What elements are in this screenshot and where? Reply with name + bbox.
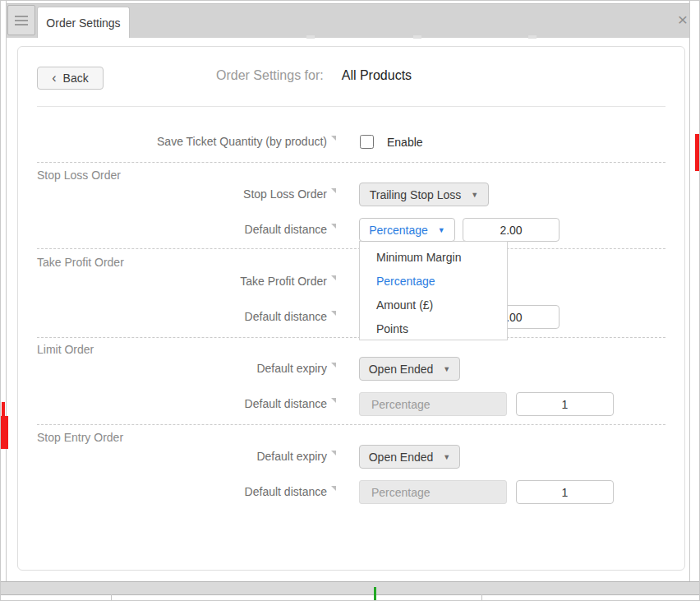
background-green-marker <box>374 587 376 601</box>
limit-distance-unit-disabled: Percentage <box>359 392 507 416</box>
limit-expiry-dropdown[interactable]: Open Ended ▼ <box>359 357 460 381</box>
limit-distance-input[interactable] <box>516 392 614 416</box>
chevron-down-icon: ▼ <box>443 365 450 373</box>
stop-loss-distance-unit-dropdown[interactable]: Percentage ▼ <box>359 218 455 242</box>
section-divider <box>37 162 665 163</box>
help-flag-icon <box>331 224 336 229</box>
limit-expiry-label: Default expiry <box>37 362 336 375</box>
tab-label: Order Settings <box>46 16 120 30</box>
stop-entry-distance-unit-disabled: Percentage <box>359 480 507 504</box>
take-profit-order-label: Take Profit Order <box>37 275 336 288</box>
section-title-stop-entry: Stop Entry Order <box>37 431 123 444</box>
help-flag-icon <box>331 275 336 280</box>
stop-entry-distance-input[interactable] <box>516 480 614 504</box>
background-artifact <box>306 35 315 39</box>
window-edge-line <box>6 1 7 582</box>
stop-entry-expiry-label: Default expiry <box>37 450 336 463</box>
background-artifact <box>528 35 537 39</box>
stop-loss-type-dropdown[interactable]: Trailing Stop Loss ▼ <box>359 183 489 206</box>
back-button[interactable]: ‹ Back <box>37 67 104 90</box>
enable-label: Enable <box>387 136 423 149</box>
stop-loss-order-label: Stop Loss Order <box>37 187 336 201</box>
page-title-prefix: Order Settings for: <box>216 68 324 83</box>
distance-unit-dropdown-list: Minimum Margin Percentage Amount (£) Poi… <box>359 241 508 340</box>
divider <box>37 106 665 107</box>
help-flag-icon <box>331 486 336 491</box>
window-edge-line <box>689 1 690 582</box>
section-title-take-profit: Take Profit Order <box>37 256 124 269</box>
help-flag-icon <box>331 136 336 141</box>
help-flag-icon <box>331 451 336 455</box>
background-grid-line <box>111 594 112 601</box>
page-title: Order Settings for: All Products <box>216 68 412 83</box>
stop-entry-distance-label: Default distance <box>37 485 336 498</box>
dropdown-option-amount[interactable]: Amount (£) <box>360 294 507 317</box>
stop-entry-expiry-dropdown[interactable]: Open Ended ▼ <box>359 445 460 469</box>
back-button-label: Back <box>63 72 89 85</box>
chevron-down-icon: ▼ <box>438 226 445 234</box>
section-divider <box>37 337 665 338</box>
chevron-left-icon: ‹ <box>52 72 56 85</box>
help-flag-icon <box>331 311 336 316</box>
section-title-limit-order: Limit Order <box>37 343 94 356</box>
background-grid-line <box>481 594 482 601</box>
section-divider <box>37 424 665 425</box>
help-flag-icon <box>331 363 336 368</box>
close-icon[interactable]: × <box>673 9 693 30</box>
horizontal-scrollbar[interactable] <box>1 581 700 595</box>
limit-distance-label: Default distance <box>37 397 336 410</box>
section-title-stop-loss: Stop Loss Order <box>37 169 121 182</box>
save-ticket-quantity-label: Save Ticket Quantity (by product) <box>37 135 336 148</box>
dropdown-option-points[interactable]: Points <box>360 317 507 341</box>
help-flag-icon <box>331 188 336 193</box>
chevron-down-icon: ▼ <box>443 453 450 461</box>
dropdown-option-minimum-margin[interactable]: Minimum Margin <box>360 246 507 270</box>
chevron-down-icon: ▼ <box>471 191 478 199</box>
enable-checkbox[interactable] <box>360 135 374 149</box>
hamburger-icon <box>15 16 28 17</box>
background-red-bar <box>695 134 699 171</box>
tab-order-settings[interactable]: Order Settings <box>37 7 130 38</box>
background-candle-body <box>1 416 8 449</box>
app-window: Order Settings × ‹ Back Order Settings f… <box>0 0 700 601</box>
page-title-value: All Products <box>342 68 412 83</box>
menu-button[interactable] <box>7 5 35 35</box>
take-profit-distance-label: Default distance <box>37 310 336 323</box>
help-flag-icon <box>331 398 336 403</box>
stop-loss-distance-input[interactable] <box>463 218 560 242</box>
stop-loss-distance-label: Default distance <box>37 223 336 236</box>
background-artifact <box>413 35 421 39</box>
section-divider <box>37 248 665 249</box>
dropdown-option-percentage[interactable]: Percentage <box>360 270 507 294</box>
